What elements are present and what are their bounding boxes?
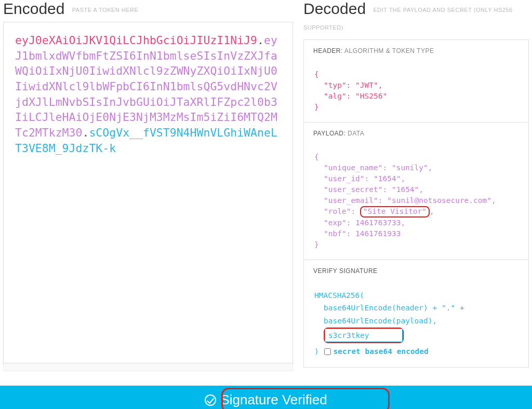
secret-base64-checkbox[interactable] bbox=[324, 348, 331, 355]
decoded-column: Decoded EDIT THE PAYLOAD AND SECRET (ONL… bbox=[303, 0, 529, 371]
signature-verified-banner: Signature Verified bbox=[0, 386, 532, 409]
token-dot: . bbox=[257, 34, 264, 47]
json-exp: "exp": 1461763733, bbox=[314, 217, 405, 228]
signature-label: VERIFY SIGNATURE bbox=[313, 267, 378, 275]
signature-body: HMACSHA256( base64UrlEncode(header) + ".… bbox=[304, 282, 528, 367]
header-label-main: HEADER: bbox=[313, 47, 343, 54]
sig-close: ) bbox=[314, 347, 323, 356]
decoded-stack: HEADER: ALGORITHM & TOKEN TYPE { "typ": … bbox=[303, 39, 529, 367]
json-typ: "typ": "JWT", bbox=[314, 80, 383, 91]
json-role-key: "role": bbox=[324, 207, 360, 215]
token-header-segment: eyJ0eXAiOiJKV1QiLCJhbGciOiJIUzI1NiJ9 bbox=[15, 34, 257, 47]
sig-line2: base64UrlEncode(payload), bbox=[314, 315, 518, 328]
json-open: { bbox=[314, 153, 319, 161]
secret-highlight bbox=[324, 328, 404, 343]
json-role-line: "role": "Site Visitor", bbox=[314, 206, 434, 217]
token-payload-segment: eyJ1bmlxdWVfbmFtZSI6InN1bmlseSIsInVzZXJf… bbox=[15, 34, 277, 139]
secret-input[interactable] bbox=[325, 329, 403, 342]
header-label-sub: ALGORITHM & TOKEN TYPE bbox=[344, 47, 434, 54]
token-dot: . bbox=[82, 126, 89, 139]
banner-text: Signature Verified bbox=[220, 392, 327, 408]
header-json[interactable]: { "typ": "JWT", "alg": "HS256" } bbox=[304, 62, 528, 122]
signature-section-head: VERIFY SIGNATURE bbox=[304, 260, 528, 282]
json-unique-name: "unique_name": "sunily", bbox=[314, 162, 433, 173]
payload-json[interactable]: { "unique_name": "sunily", "user_id": "1… bbox=[304, 144, 528, 260]
json-role-comma: , bbox=[430, 207, 434, 215]
json-user-secret: "user_secret": "1654", bbox=[314, 184, 423, 195]
payload-label-sub: DATA bbox=[348, 130, 364, 137]
json-nbf: "nbf": 1461761933 bbox=[314, 228, 401, 239]
decoded-title: Decoded EDIT THE PAYLOAD AND SECRET (ONL… bbox=[303, 0, 529, 35]
encoded-hint: PASTE A TOKEN HERE bbox=[72, 7, 139, 13]
json-user-email: "user_email": "sunil@notsosecure.com", bbox=[314, 195, 496, 206]
encoded-column: Encoded PASTE A TOKEN HERE eyJ0eXAiOiJKV… bbox=[3, 0, 293, 371]
header-section-head: HEADER: ALGORITHM & TOKEN TYPE bbox=[304, 40, 528, 62]
sig-line1: base64UrlEncode(header) + "." + bbox=[314, 302, 518, 315]
sig-close-line: ) secret base64 encoded bbox=[314, 345, 518, 358]
encoded-title-text: Encoded bbox=[3, 0, 64, 17]
json-alg: "alg": "HS256" bbox=[314, 91, 387, 102]
role-highlight: "Site Visitor" bbox=[360, 206, 430, 217]
json-user-id: "user_id": "1654", bbox=[314, 173, 405, 184]
header-section: HEADER: ALGORITHM & TOKEN TYPE { "typ": … bbox=[304, 40, 528, 122]
encoded-token-textarea[interactable]: eyJ0eXAiOiJKV1QiLCJhbGciOiJIUzI1NiJ9.eyJ… bbox=[3, 22, 293, 363]
json-close: } bbox=[314, 240, 319, 249]
sig-secret-line bbox=[314, 328, 518, 343]
json-role-val: "Site Visitor" bbox=[363, 207, 427, 215]
payload-section: PAYLOAD: DATA { "unique_name": "sunily",… bbox=[304, 122, 528, 260]
secret-base64-label: secret base64 encoded bbox=[333, 347, 428, 356]
payload-section-head: PAYLOAD: DATA bbox=[304, 122, 528, 144]
decoded-title-text: Decoded bbox=[303, 0, 366, 17]
json-open: { bbox=[314, 70, 319, 78]
horizontal-scrollbar[interactable] bbox=[3, 363, 293, 371]
payload-label-main: PAYLOAD: bbox=[313, 130, 345, 137]
json-close: } bbox=[314, 103, 319, 111]
sig-func: HMACSHA256( bbox=[314, 289, 518, 302]
signature-section: VERIFY SIGNATURE HMACSHA256( base64UrlEn… bbox=[304, 260, 528, 367]
encoded-title: Encoded PASTE A TOKEN HERE bbox=[3, 0, 293, 18]
check-circle-icon bbox=[205, 394, 216, 406]
